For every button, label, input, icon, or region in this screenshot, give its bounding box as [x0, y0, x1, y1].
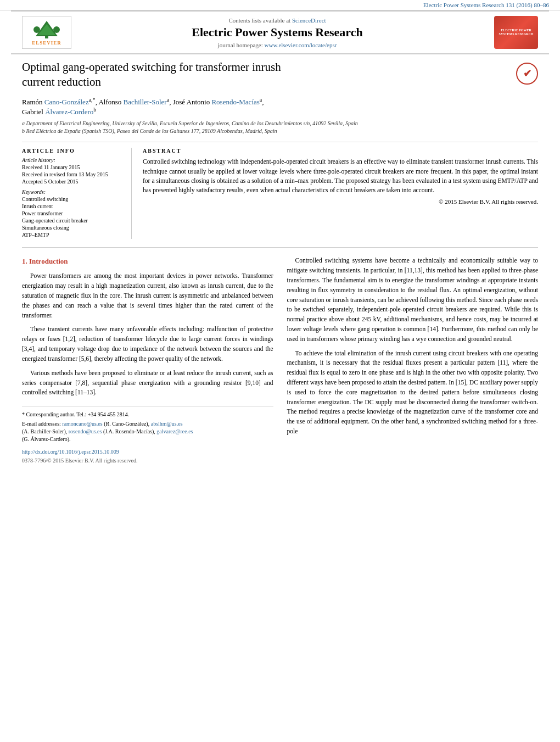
- author4-link[interactable]: Álvarez-Cordero: [45, 108, 93, 116]
- crossmark-badge[interactable]: ✔: [516, 63, 538, 85]
- copyright: © 2015 Elsevier B.V. All rights reserved…: [143, 198, 538, 205]
- accepted-date: Accepted 5 October 2015: [22, 178, 123, 185]
- title-area: Optimal gang-operated switching for tran…: [22, 60, 538, 97]
- footnote-emails: E-mail addresses: ramoncano@us.es (R. Ca…: [22, 420, 273, 443]
- body-right-col: Controlled switching systems have become…: [287, 256, 539, 465]
- email-link-1[interactable]: ramoncano@us.es: [62, 421, 102, 427]
- journal-center: Contents lists available at ScienceDirec…: [71, 17, 483, 48]
- body-left-col: 1. Introduction Power transformers are a…: [22, 256, 273, 465]
- contents-available: Contents lists available at ScienceDirec…: [71, 17, 483, 24]
- doi-link[interactable]: http://dx.doi.org/10.1016/j.epsr.2015.10…: [22, 449, 119, 455]
- logo-text: ELECTRIC POWER: [501, 29, 531, 32]
- body-columns: 1. Introduction Power transformers are a…: [22, 256, 538, 465]
- keyword-5: Simultaneous closing: [22, 225, 123, 231]
- elsevier-logo: ELSEVIER: [22, 16, 71, 49]
- footnote-corresponding: * Corresponding author. Tel.: +34 954 45…: [22, 411, 273, 419]
- affiliation-a: a Department of Electrical Engineering, …: [22, 120, 538, 127]
- author1-link[interactable]: Cano-González: [44, 98, 89, 106]
- authors-line: Ramón Cano-Gonzáleza,*, Alfonso Bachille…: [22, 97, 538, 117]
- author2-link[interactable]: Bachiller-Soler: [124, 98, 167, 106]
- keyword-2: Inrush current: [22, 203, 123, 209]
- keyword-3: Power transformer: [22, 210, 123, 216]
- body-para-2: These transient currents have many unfav…: [22, 325, 273, 364]
- sciencedirect-link[interactable]: ScienceDirect: [292, 17, 326, 24]
- received-date: Received 11 January 2015: [22, 164, 123, 170]
- abstract-section: ABSTRACT Controlled switching technology…: [143, 148, 538, 239]
- email-link-4[interactable]: galvarez@ree.es: [156, 428, 193, 434]
- body-right-para-2: To achieve the total elimination of the …: [287, 349, 539, 437]
- journal-title: Electric Power Systems Research: [71, 25, 483, 40]
- revised-date: Received in revised form 13 May 2015: [22, 171, 123, 177]
- abstract-title: ABSTRACT: [143, 148, 538, 154]
- email-link-2[interactable]: abslhm@us.es: [151, 421, 183, 427]
- doi-line: http://dx.doi.org/10.1016/j.epsr.2015.10…: [22, 448, 273, 456]
- section1-heading: 1. Introduction: [22, 256, 273, 267]
- crossmark-icon: ✔: [523, 68, 531, 80]
- footnote-section: * Corresponding author. Tel.: +34 954 45…: [22, 406, 273, 465]
- elsevier-tree-icon: [30, 20, 63, 39]
- article-info: ARTICLE INFO Article history: Received 1…: [22, 148, 132, 239]
- svg-point-3: [33, 26, 40, 33]
- body-para-1: Power transformers are among the most im…: [22, 271, 273, 320]
- svg-point-4: [53, 26, 60, 33]
- journal-logo-area: ELECTRIC POWER SYSTEMS RESEARCH: [483, 16, 538, 49]
- keywords-label: Keywords:: [22, 189, 123, 195]
- author3-link[interactable]: Rosendo-Macías: [211, 98, 259, 106]
- info-abstract-section: ARTICLE INFO Article history: Received 1…: [22, 142, 538, 239]
- paper-title-block: Optimal gang-operated switching for tran…: [22, 60, 281, 97]
- epsr-logo: ELECTRIC POWER SYSTEMS RESEARCH: [494, 16, 538, 49]
- body-right-para-1: Controlled switching systems have become…: [287, 256, 539, 344]
- journal-header: ELSEVIER Contents lists available at Sci…: [11, 10, 549, 54]
- citation-text: Electric Power Systems Research 131 (201…: [423, 2, 549, 8]
- body-divider: [22, 247, 538, 248]
- affiliations: a Department of Electrical Engineering, …: [22, 120, 538, 135]
- issn-line: 0378-7796/© 2015 Elsevier B.V. All right…: [22, 456, 273, 465]
- elsevier-label: ELSEVIER: [32, 40, 61, 46]
- email-link-3[interactable]: rosendo@us.es: [69, 428, 102, 434]
- keyword-6: ATP–EMTP: [22, 232, 123, 238]
- keywords-section: Keywords: Controlled switching Inrush cu…: [22, 189, 123, 238]
- logo-text2: SYSTEMS RESEARCH: [499, 32, 534, 36]
- affiliation-b: b Red Eléctrica de España (Spanish TSO),…: [22, 127, 538, 135]
- history-label: Article history:: [22, 157, 123, 163]
- homepage-link[interactable]: www.elsevier.com/locate/epsr: [265, 42, 337, 48]
- journal-homepage: journal homepage: www.elsevier.com/locat…: [71, 42, 483, 48]
- citation-bar: Electric Power Systems Research 131 (201…: [0, 0, 560, 10]
- article-info-title: ARTICLE INFO: [22, 148, 123, 154]
- paper-title: Optimal gang-operated switching for tran…: [22, 60, 281, 90]
- abstract-text: Controlled switching technology with ind…: [143, 157, 538, 195]
- keyword-1: Controlled switching: [22, 196, 123, 202]
- main-content: Optimal gang-operated switching for tran…: [0, 54, 560, 476]
- body-para-3: Various methods have been proposed to el…: [22, 369, 273, 398]
- keyword-4: Gang-operated circuit breaker: [22, 217, 123, 224]
